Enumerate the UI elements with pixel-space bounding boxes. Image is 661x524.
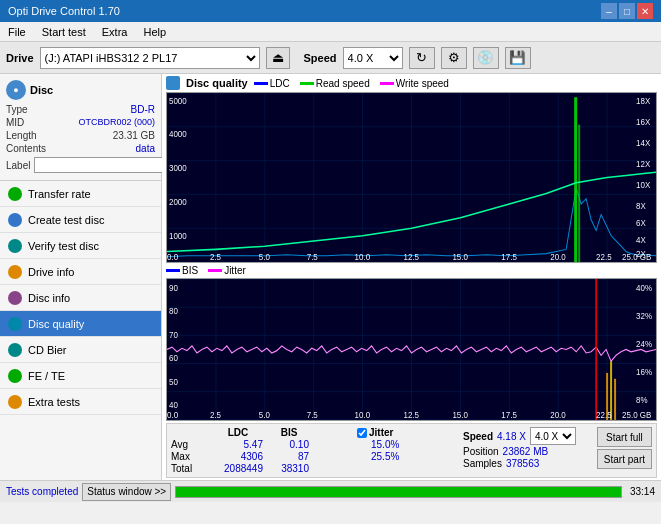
- max-jitter-val: 25.5%: [357, 451, 457, 462]
- titlebar-controls: – □ ✕: [601, 3, 653, 19]
- jitter-label-legend: Jitter: [224, 265, 246, 276]
- total-label: Total: [171, 463, 207, 474]
- svg-text:24%: 24%: [636, 339, 652, 350]
- svg-text:20.0: 20.0: [550, 253, 566, 262]
- sidebar: ● Disc Type BD-R MID OTCBDR002 (000) Len…: [0, 74, 162, 480]
- disc-quality-label: Disc quality: [28, 318, 84, 330]
- status-text: Tests completed: [6, 486, 78, 497]
- avg-label: Avg: [171, 439, 207, 450]
- svg-text:4000: 4000: [169, 130, 187, 139]
- svg-text:32%: 32%: [636, 310, 652, 321]
- svg-text:5.0: 5.0: [259, 409, 270, 420]
- stats-total-row: Total 2088449 38310: [171, 463, 351, 474]
- save-button[interactable]: 💾: [505, 47, 531, 69]
- legend-read-speed: Read speed: [300, 78, 370, 89]
- start-full-button[interactable]: Start full: [597, 427, 652, 447]
- bis-label: BIS: [182, 265, 198, 276]
- svg-text:3000: 3000: [169, 164, 187, 173]
- legend-write-speed: Write speed: [380, 78, 449, 89]
- sidebar-item-transfer-rate[interactable]: Transfer rate: [0, 181, 161, 207]
- svg-text:5.0: 5.0: [259, 253, 271, 262]
- maximize-button[interactable]: □: [619, 3, 635, 19]
- disc-label-label: Label: [6, 160, 30, 171]
- refresh-button[interactable]: ↻: [409, 47, 435, 69]
- disc-button[interactable]: 💿: [473, 47, 499, 69]
- menubar: File Start test Extra Help: [0, 22, 661, 42]
- create-test-disc-icon: [8, 213, 22, 227]
- svg-rect-18: [574, 97, 577, 262]
- disc-quality-icon: [8, 317, 22, 331]
- start-part-button[interactable]: Start part: [597, 449, 652, 469]
- sidebar-item-fe-te[interactable]: FE / TE: [0, 363, 161, 389]
- stats-max-row: Max 4306 87: [171, 451, 351, 462]
- chart1-container: 5000 4000 3000 2000 1000 18X 16X 14X 12X…: [166, 92, 657, 263]
- disc-length-row: Length 23.31 GB: [6, 130, 155, 141]
- eject-button[interactable]: ⏏: [266, 47, 290, 69]
- verify-test-disc-icon: [8, 239, 22, 253]
- extra-tests-icon: [8, 395, 22, 409]
- jitter-header-label: Jitter: [369, 427, 393, 438]
- svg-text:17.5: 17.5: [501, 253, 517, 262]
- menu-file[interactable]: File: [4, 26, 30, 38]
- statusbar: Tests completed Status window >> 33:14: [0, 480, 661, 502]
- sidebar-item-disc-info[interactable]: Disc info: [0, 285, 161, 311]
- chart-area: Disc quality LDC Read speed Write speed: [162, 74, 661, 480]
- minimize-button[interactable]: –: [601, 3, 617, 19]
- disc-type-row: Type BD-R: [6, 104, 155, 115]
- sidebar-item-cd-bier[interactable]: CD Bier: [0, 337, 161, 363]
- close-button[interactable]: ✕: [637, 3, 653, 19]
- settings-button[interactable]: ⚙: [441, 47, 467, 69]
- dq-title: Disc quality: [186, 77, 248, 89]
- sidebar-item-drive-info[interactable]: Drive info: [0, 259, 161, 285]
- svg-text:7.5: 7.5: [307, 409, 318, 420]
- svg-text:10X: 10X: [636, 181, 651, 190]
- drive-info-icon: [8, 265, 22, 279]
- svg-text:20.0: 20.0: [550, 409, 566, 420]
- svg-text:12.5: 12.5: [404, 409, 420, 420]
- legend-ldc: LDC: [254, 78, 290, 89]
- drivebar: Drive (J:) ATAPI iHBS312 2 PL17 ⏏ Speed …: [0, 42, 661, 74]
- svg-rect-65: [614, 379, 616, 420]
- svg-text:22.5: 22.5: [596, 253, 612, 262]
- menu-extra[interactable]: Extra: [98, 26, 132, 38]
- svg-text:14X: 14X: [636, 139, 651, 148]
- sidebar-item-verify-test-disc[interactable]: Verify test disc: [0, 233, 161, 259]
- sidebar-item-disc-quality[interactable]: Disc quality: [0, 311, 161, 337]
- stats-empty-header: [171, 427, 207, 438]
- svg-text:0.0: 0.0: [167, 409, 178, 420]
- samples-row: Samples 378563: [463, 458, 576, 469]
- fe-te-icon: [8, 369, 22, 383]
- status-window-button[interactable]: Status window >>: [82, 483, 171, 501]
- svg-text:40%: 40%: [636, 282, 652, 293]
- avg-bis-val: 0.10: [269, 439, 309, 450]
- main-content: ● Disc Type BD-R MID OTCBDR002 (000) Len…: [0, 74, 661, 480]
- jitter-checkbox[interactable]: [357, 428, 367, 438]
- verify-test-disc-label: Verify test disc: [28, 240, 99, 252]
- ldc-color: [254, 82, 268, 85]
- svg-text:0.0: 0.0: [167, 253, 179, 262]
- sidebar-menu: Transfer rate Create test disc Verify te…: [0, 181, 161, 480]
- cd-bier-label: CD Bier: [28, 344, 67, 356]
- speed-stat-label: Speed: [463, 431, 493, 442]
- svg-text:1000: 1000: [169, 232, 187, 241]
- speed-dropdown[interactable]: 4.0 X: [530, 427, 576, 445]
- menu-help[interactable]: Help: [139, 26, 170, 38]
- position-val: 23862 MB: [503, 446, 549, 457]
- disc-length-value: 23.31 GB: [113, 130, 155, 141]
- extra-tests-label: Extra tests: [28, 396, 80, 408]
- sidebar-item-create-test-disc[interactable]: Create test disc: [0, 207, 161, 233]
- samples-label: Samples: [463, 458, 502, 469]
- max-ldc-val: 4306: [213, 451, 263, 462]
- sidebar-item-extra-tests[interactable]: Extra tests: [0, 389, 161, 415]
- progress-bar: [175, 486, 622, 498]
- create-test-disc-label: Create test disc: [28, 214, 104, 226]
- drive-info-label: Drive info: [28, 266, 74, 278]
- drive-select[interactable]: (J:) ATAPI iHBS312 2 PL17: [40, 47, 260, 69]
- disc-label-input[interactable]: [34, 157, 163, 173]
- total-bis-val: 38310: [269, 463, 309, 474]
- svg-text:16X: 16X: [636, 118, 651, 127]
- svg-text:8X: 8X: [636, 202, 646, 211]
- drive-label: Drive: [6, 52, 34, 64]
- speed-select[interactable]: 4.0 X: [343, 47, 403, 69]
- menu-start-test[interactable]: Start test: [38, 26, 90, 38]
